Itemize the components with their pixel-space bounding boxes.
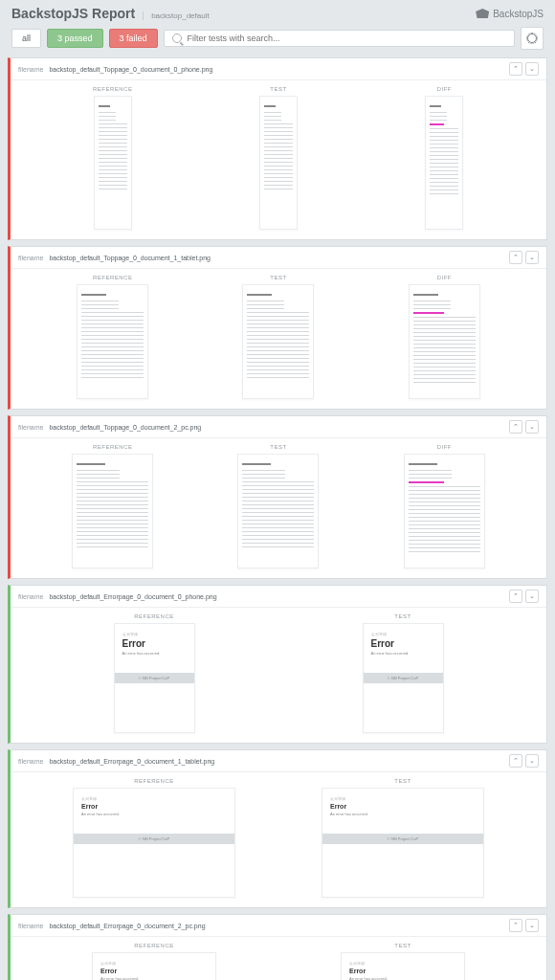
column-header: REFERENCE — [30, 86, 195, 92]
compare-column-diff: DIFF — [362, 444, 527, 568]
test-card: filenamebackstop_default_Errorpage_0_doc… — [8, 914, 547, 980]
filename-label: filename — [18, 923, 43, 929]
test-card: filenamebackstop_default_Toppage_0_docum… — [8, 57, 547, 240]
error-msg: An error has occurred. — [122, 651, 187, 656]
error-msg: An error has occurred. — [349, 976, 456, 980]
test-card: filenamebackstop_default_Errorpage_0_doc… — [8, 749, 547, 908]
prev-button[interactable]: ⌃ — [509, 62, 522, 76]
column-header: TEST — [278, 943, 527, 948]
card-nav: ⌃⌄ — [509, 754, 539, 768]
screenshot-thumbnail[interactable] — [409, 284, 480, 399]
screenshot-thumbnail[interactable] — [237, 454, 319, 568]
error-footer: © NN Project CoP — [322, 834, 483, 844]
screenshot-thumbnail[interactable] — [72, 454, 153, 568]
filename-label: filename — [18, 66, 43, 73]
card-header: filenamebackstop_default_Errorpage_0_doc… — [11, 750, 546, 772]
error-footer: © NN Project CoP — [115, 673, 194, 683]
compare-row: REFERENCETESTDIFF — [11, 438, 546, 578]
compare-column-test: TEST会員登録ErrorAn error has occurred.© NN … — [278, 613, 527, 733]
next-button[interactable]: ⌄ — [525, 251, 539, 264]
card-header: filenamebackstop_default_Toppage_0_docum… — [11, 416, 546, 438]
screenshot-thumbnail[interactable] — [259, 96, 298, 230]
error-breadcrumb: 会員登録 — [349, 961, 456, 966]
next-button[interactable]: ⌄ — [525, 420, 539, 434]
error-title: Error — [349, 968, 456, 974]
compare-column-diff: DIFF — [362, 86, 527, 230]
filename-wrap: filenamebackstop_default_Toppage_0_docum… — [18, 424, 201, 431]
card-nav: ⌃⌄ — [509, 919, 539, 932]
column-header: TEST — [278, 778, 527, 784]
screenshot-thumbnail[interactable]: 会員登録ErrorAn error has occurred.© NN Proj… — [322, 788, 484, 898]
filename-wrap: filenamebackstop_default_Toppage_0_docum… — [18, 255, 211, 261]
screenshot-thumbnail[interactable]: 会員登録ErrorAn error has occurred.© NN Proj… — [114, 623, 195, 733]
error-msg: An error has occurred. — [330, 812, 476, 816]
prev-button[interactable]: ⌃ — [509, 919, 522, 932]
screenshot-thumbnail[interactable]: 会員登録ErrorAn error has occurred.© NN Proj… — [363, 623, 444, 733]
next-button[interactable]: ⌄ — [525, 754, 539, 768]
compare-column-test: TEST — [195, 275, 361, 399]
card-header: filenamebackstop_default_Errorpage_0_doc… — [11, 915, 546, 937]
compare-column-reference: REFERENCE — [30, 275, 195, 399]
brand: BackstopJS — [476, 9, 544, 19]
card-nav: ⌃⌄ — [509, 62, 539, 76]
filename-wrap: filenamebackstop_default_Errorpage_0_doc… — [18, 758, 214, 765]
filter-passed-button[interactable]: 3 passed — [47, 29, 103, 48]
next-button[interactable]: ⌄ — [525, 919, 539, 932]
prev-button[interactable]: ⌃ — [509, 251, 522, 264]
compare-row: REFERENCE会員登録ErrorAn error has occurred.… — [11, 937, 546, 980]
settings-button[interactable] — [521, 27, 544, 50]
column-header: REFERENCE — [30, 613, 278, 619]
compare-column-test: TEST — [195, 86, 361, 230]
card-header: filenamebackstop_default_Toppage_0_docum… — [11, 58, 546, 80]
screenshot-thumbnail[interactable] — [242, 284, 314, 399]
test-card: filenamebackstop_default_Errorpage_0_doc… — [8, 585, 547, 744]
column-header: REFERENCE — [30, 943, 278, 948]
filter-failed-button[interactable]: 3 failed — [109, 29, 158, 48]
filename-value: backstop_default_Errorpage_0_document_0_… — [49, 593, 216, 600]
error-msg: An error has occurred. — [371, 651, 435, 656]
filter-all-button[interactable]: all — [11, 29, 41, 48]
error-breadcrumb: 会員登録 — [122, 632, 187, 636]
error-breadcrumb: 会員登録 — [100, 961, 208, 966]
search-input[interactable] — [188, 33, 506, 43]
compare-column-test: TEST会員登録ErrorAn error has occurred.© NN … — [278, 778, 527, 898]
error-msg: An error has occurred. — [100, 976, 208, 980]
search-icon — [172, 33, 182, 43]
screenshot-thumbnail[interactable]: 会員登録ErrorAn error has occurred.© NN Proj… — [73, 788, 235, 898]
next-button[interactable]: ⌄ — [525, 62, 539, 76]
error-title: Error — [122, 638, 187, 649]
prev-button[interactable]: ⌃ — [509, 590, 522, 603]
next-button[interactable]: ⌄ — [525, 590, 539, 603]
error-title: Error — [330, 803, 476, 810]
card-header: filenamebackstop_default_Toppage_0_docum… — [11, 247, 546, 269]
compare-column-reference: REFERENCE会員登録ErrorAn error has occurred.… — [30, 613, 278, 733]
prev-button[interactable]: ⌃ — [509, 420, 522, 434]
column-header: REFERENCE — [30, 275, 195, 280]
screenshot-thumbnail[interactable] — [425, 96, 463, 230]
error-title: Error — [371, 638, 435, 649]
column-header: DIFF — [362, 86, 527, 92]
search-wrap — [164, 30, 515, 47]
screenshot-thumbnail[interactable]: 会員登録ErrorAn error has occurred.© NN Proj… — [341, 952, 465, 980]
prev-button[interactable]: ⌃ — [509, 754, 522, 768]
test-suite-name: backstop_default — [143, 11, 210, 20]
gear-icon — [527, 33, 537, 43]
error-title: Error — [100, 968, 208, 974]
filename-label: filename — [18, 424, 43, 431]
compare-column-reference: REFERENCE — [30, 444, 195, 568]
filename-value: backstop_default_Errorpage_0_document_2_… — [49, 923, 205, 929]
test-card: filenamebackstop_default_Toppage_0_docum… — [8, 246, 547, 410]
compare-column-reference: REFERENCE会員登録ErrorAn error has occurred.… — [30, 778, 278, 898]
error-breadcrumb: 会員登録 — [81, 796, 227, 801]
screenshot-thumbnail[interactable]: 会員登録ErrorAn error has occurred.© NN Proj… — [92, 952, 216, 980]
screenshot-thumbnail[interactable] — [77, 284, 148, 399]
column-header: TEST — [195, 86, 361, 92]
compare-column-test: TEST会員登録ErrorAn error has occurred.© NN … — [278, 943, 527, 980]
brand-label: BackstopJS — [493, 9, 544, 19]
screenshot-thumbnail[interactable] — [404, 454, 485, 568]
card-nav: ⌃⌄ — [509, 420, 539, 434]
filename-wrap: filenamebackstop_default_Errorpage_0_doc… — [18, 593, 217, 600]
screenshot-thumbnail[interactable] — [94, 96, 132, 230]
filename-label: filename — [18, 255, 43, 261]
error-breadcrumb: 会員登録 — [330, 796, 476, 801]
